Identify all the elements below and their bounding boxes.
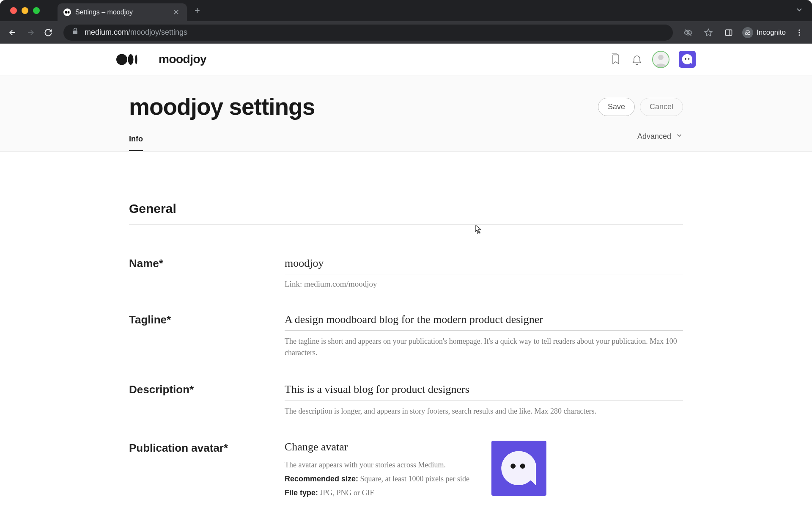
site-header: moodjoy <box>0 44 812 75</box>
page-content: moodjoy moodjoy settings <box>0 44 812 508</box>
url-path: /moodjoy/settings <box>128 28 187 37</box>
browser-chrome: Settings – moodjoy ✕ + medium.com/moodjo… <box>0 0 812 44</box>
advanced-label: Advanced <box>637 132 671 141</box>
tab-bar: Settings – moodjoy ✕ + <box>0 0 812 21</box>
url-input[interactable]: medium.com/moodjoy/settings <box>63 25 673 41</box>
chevron-down-icon <box>675 132 683 141</box>
medium-logo-icon[interactable] <box>116 53 140 66</box>
tabs-row: Info Advanced <box>129 129 683 151</box>
avatar-hint-size: Recommended size: Square, at least 1000 … <box>285 473 469 485</box>
window-close-button[interactable] <box>10 7 17 14</box>
tagline-hint: The tagline is short and appears on your… <box>285 336 683 359</box>
name-input[interactable] <box>285 256 683 274</box>
svg-point-2 <box>69 11 70 14</box>
lock-icon <box>71 27 80 38</box>
avatar-preview[interactable] <box>491 441 546 496</box>
svg-point-17 <box>135 55 137 64</box>
incognito-indicator[interactable]: Incognito <box>742 27 786 38</box>
title-section: moodjoy settings Save Cancel Info Advanc… <box>0 75 812 152</box>
svg-point-12 <box>798 29 800 30</box>
avatar-label: Publication avatar* <box>129 441 285 455</box>
bell-icon[interactable] <box>631 53 643 65</box>
svg-marker-6 <box>705 29 712 36</box>
tabs-dropdown-icon[interactable] <box>795 6 804 16</box>
svg-point-23 <box>510 464 516 469</box>
field-name: Name* Link: medium.com/moodjoy <box>129 225 683 289</box>
svg-rect-3 <box>73 30 77 34</box>
description-input[interactable] <box>285 382 683 400</box>
svg-point-0 <box>65 11 68 14</box>
publication-avatar-small[interactable] <box>679 51 696 68</box>
star-icon[interactable] <box>702 26 715 39</box>
change-avatar-heading: Change avatar <box>285 441 469 453</box>
browser-action-icons: Incognito <box>681 26 806 39</box>
tagline-input[interactable] <box>285 312 683 331</box>
forward-button[interactable] <box>24 26 37 39</box>
advanced-toggle[interactable]: Advanced <box>637 132 683 148</box>
svg-point-14 <box>798 34 800 36</box>
new-tab-button[interactable]: + <box>195 5 200 16</box>
svg-point-19 <box>658 55 664 60</box>
reload-button[interactable] <box>41 26 55 39</box>
avatar-hint-filetype: File type: JPG, PNG or GIF <box>285 487 469 499</box>
url-host: medium.com <box>85 28 128 37</box>
eye-off-icon[interactable] <box>681 26 695 39</box>
tab-close-button[interactable]: ✕ <box>171 8 181 17</box>
section-general-heading: General <box>129 152 683 225</box>
window-minimize-button[interactable] <box>22 7 28 14</box>
name-label: Name* <box>129 256 285 270</box>
header-divider <box>149 53 149 66</box>
svg-point-16 <box>128 54 134 65</box>
field-description: Description* The description is longer, … <box>129 359 683 417</box>
svg-point-9 <box>745 32 747 34</box>
svg-point-13 <box>798 32 800 33</box>
description-hint: The description is longer, and appears i… <box>285 406 683 417</box>
user-avatar[interactable] <box>652 51 669 68</box>
svg-point-20 <box>685 58 686 60</box>
save-button[interactable]: Save <box>598 98 635 116</box>
cancel-button[interactable]: Cancel <box>640 98 683 116</box>
incognito-icon <box>742 27 753 38</box>
avatar-hint-1: The avatar appears with your stories acr… <box>285 459 469 471</box>
tagline-label: Tagline* <box>129 312 285 326</box>
svg-point-15 <box>116 54 127 65</box>
bookmark-icon[interactable] <box>610 53 622 65</box>
panel-icon[interactable] <box>722 26 735 39</box>
incognito-label: Incognito <box>757 28 786 37</box>
description-label: Description* <box>129 382 285 396</box>
tab-favicon-icon <box>63 8 71 16</box>
back-button[interactable] <box>6 26 19 39</box>
publication-name[interactable]: moodjoy <box>159 52 206 66</box>
svg-point-21 <box>688 58 689 60</box>
window-maximize-button[interactable] <box>33 7 40 14</box>
browser-tab[interactable]: Settings – moodjoy ✕ <box>58 3 187 21</box>
kebab-menu-icon[interactable] <box>793 26 806 39</box>
address-bar: medium.com/moodjoy/settings Incognito <box>0 21 812 44</box>
svg-point-10 <box>748 32 750 34</box>
window-controls <box>4 7 40 14</box>
name-link-hint: Link: medium.com/moodjoy <box>285 279 683 289</box>
settings-form: General Name* Link: medium.com/moodjoy T… <box>116 152 696 499</box>
svg-point-24 <box>520 464 525 469</box>
tab-title: Settings – moodjoy <box>75 8 171 16</box>
field-avatar: Publication avatar* Change avatar The av… <box>129 417 683 499</box>
tab-info[interactable]: Info <box>129 129 143 151</box>
page-title: moodjoy settings <box>129 93 315 120</box>
field-tagline: Tagline* The tagline is short and appear… <box>129 289 683 359</box>
svg-point-1 <box>68 11 69 14</box>
svg-rect-7 <box>726 30 732 35</box>
